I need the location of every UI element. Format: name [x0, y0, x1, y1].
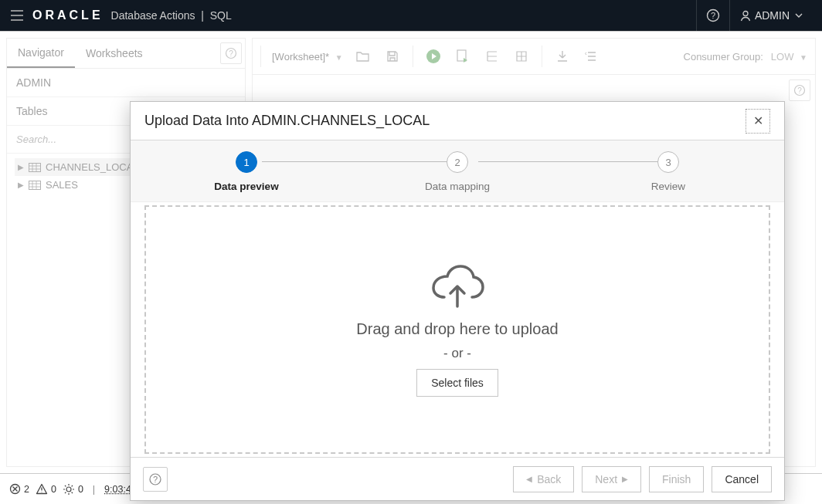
step-data-mapping[interactable]: 2 Data mapping — [388, 151, 527, 192]
processes-count: 0 — [78, 484, 83, 495]
or-text: - or - — [443, 346, 471, 361]
triangle-left-icon: ◀ — [526, 475, 532, 483]
title-separator: | — [198, 9, 209, 22]
select-files-button[interactable]: Select files — [416, 369, 498, 397]
workspace: Navigator Worksheets ? ADMIN Tables ▶ CH… — [0, 31, 822, 473]
dialog-help-icon[interactable]: ? — [143, 467, 168, 492]
processes-indicator[interactable]: 0 — [63, 483, 83, 496]
product-section: SQL — [210, 9, 232, 22]
cloud-upload-icon — [427, 263, 487, 313]
product-title: Database Actions | SQL — [111, 9, 232, 22]
help-icon[interactable]: ? — [696, 0, 729, 31]
cancel-button[interactable]: Cancel — [712, 466, 772, 492]
status-divider: | — [93, 484, 95, 495]
warnings-count: 0 — [51, 484, 56, 495]
product-name: Database Actions — [111, 9, 195, 22]
upload-data-dialog: Upload Data Into ADMIN.CHANNELS_LOCAL ✕ … — [130, 101, 785, 501]
step-review[interactable]: 3 Review — [599, 151, 738, 192]
step-number: 3 — [657, 151, 679, 173]
top-bar: ORACLE Database Actions | SQL ? ADMIN — [0, 0, 822, 31]
drop-hint-text: Drag and drop here to upload — [356, 320, 558, 338]
close-icon[interactable]: ✕ — [746, 109, 770, 134]
hamburger-icon[interactable] — [6, 10, 28, 21]
dialog-title: Upload Data Into ADMIN.CHANNELS_LOCAL — [144, 113, 430, 129]
errors-indicator[interactable]: 2 — [9, 483, 29, 495]
svg-point-14 — [66, 487, 71, 492]
dialog-body: Drag and drop here to upload - or - Sele… — [131, 202, 784, 457]
triangle-right-icon: ▶ — [622, 475, 628, 483]
user-menu[interactable]: ADMIN — [729, 0, 816, 31]
step-number: 2 — [447, 151, 468, 173]
svg-point-2 — [743, 12, 748, 16]
step-label: Data mapping — [425, 181, 490, 192]
user-label: ADMIN — [755, 9, 790, 22]
step-label: Data preview — [214, 181, 278, 192]
errors-count: 2 — [24, 484, 29, 495]
back-label: Back — [537, 473, 561, 485]
step-data-preview[interactable]: 1 Data preview — [177, 151, 316, 192]
next-label: Next — [595, 473, 617, 485]
warning-icon — [36, 483, 48, 495]
error-icon — [9, 483, 21, 495]
next-button[interactable]: Next▶ — [582, 466, 641, 492]
back-button[interactable]: ◀Back — [513, 466, 574, 492]
svg-text:?: ? — [153, 475, 158, 484]
step-number: 1 — [236, 151, 257, 173]
svg-text:?: ? — [711, 11, 715, 20]
finish-button[interactable]: Finish — [649, 466, 704, 492]
step-label: Review — [651, 181, 685, 192]
gear-icon — [63, 483, 75, 496]
file-drop-zone[interactable]: Drag and drop here to upload - or - Sele… — [144, 205, 770, 454]
dialog-footer: ? ◀Back Next▶ Finish Cancel — [131, 457, 784, 500]
dialog-header: Upload Data Into ADMIN.CHANNELS_LOCAL ✕ — [131, 102, 784, 140]
wizard-stepper: 1 Data preview 2 Data mapping 3 Review — [131, 140, 784, 202]
warnings-indicator[interactable]: 0 — [36, 483, 56, 495]
oracle-logo: ORACLE — [32, 8, 104, 22]
